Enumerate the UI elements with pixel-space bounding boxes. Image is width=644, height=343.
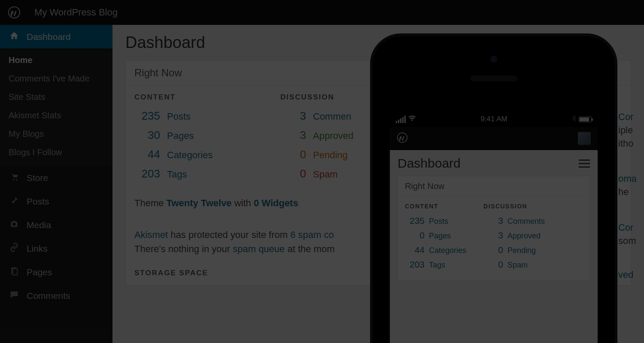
stat-approved[interactable]: 3Approved (483, 230, 545, 241)
stat-number: 3 (280, 129, 306, 142)
content-column: CONTENT 235Posts 0Pages 44Categories 203… (405, 203, 466, 274)
phone-time: 9:41 AM (480, 115, 507, 123)
stat-number: 0 (280, 167, 306, 181)
site-title[interactable]: My WordPress Blog (34, 7, 118, 18)
wifi-icon (408, 115, 416, 123)
text: Cor (618, 111, 633, 122)
avatar[interactable] (578, 132, 591, 145)
sidebar-label: Media (27, 220, 51, 230)
sidebar-label: Store (27, 173, 48, 183)
stat-pending[interactable]: 0Pending (483, 245, 545, 255)
stat-label: Pages (167, 130, 194, 141)
wordpress-logo-icon[interactable] (397, 132, 408, 145)
stat-posts[interactable]: 235Posts (405, 216, 466, 226)
text: som (618, 235, 636, 246)
pages-icon (9, 266, 20, 278)
content-column: CONTENT 235 Posts 30 Pages 44 Categories (134, 93, 246, 187)
sidebar-item-store[interactable]: Store (0, 166, 112, 190)
stat-number: 203 (405, 259, 425, 270)
sidebar-item-dashboard[interactable]: Dashboard (0, 25, 112, 48)
stat-spam[interactable]: 0Spam (483, 259, 545, 270)
text: iple (618, 125, 633, 135)
dashboard-submenu: Home Comments I've Made Site Stats Akism… (0, 48, 112, 166)
sidebar-item-posts[interactable]: Posts (0, 190, 112, 213)
akismet-link[interactable]: Akismet (134, 229, 168, 240)
sidebar-sub-comments-made[interactable]: Comments I've Made (0, 69, 112, 88)
stat-label: Pages (429, 232, 451, 241)
sidebar-sub-akismet-stats[interactable]: Akismet Stats (0, 106, 112, 125)
stat-label: Approved (313, 130, 353, 141)
content-heading: CONTENT (405, 203, 466, 210)
stat-label: Tags (429, 261, 445, 270)
stat-label: Spam (313, 169, 337, 180)
content-heading: CONTENT (134, 93, 246, 102)
stat-label: Comments (507, 217, 545, 226)
phone-status-bar: 9:41 AM (390, 111, 598, 127)
text: he (618, 187, 629, 197)
phone-admin-bar (390, 127, 598, 150)
wordpress-logo-icon[interactable] (8, 6, 21, 19)
stat-number: 235 (134, 109, 160, 123)
stat-tags[interactable]: 203 Tags (134, 167, 246, 181)
widgets-link[interactable]: 0 Widgets (254, 198, 298, 208)
text: with (232, 198, 254, 208)
stat-number: 203 (134, 167, 160, 181)
battery-icon (579, 117, 592, 122)
camera-icon (9, 219, 20, 231)
theme-link[interactable]: Twenty Twelve (167, 198, 232, 208)
home-icon (9, 31, 20, 42)
text: itho (618, 138, 633, 149)
text: has protected your site from (168, 229, 290, 240)
stat-comments[interactable]: 3Comments (483, 216, 545, 226)
comment-icon (9, 290, 20, 301)
stat-pages[interactable]: 30 Pages (134, 129, 246, 142)
stat-posts[interactable]: 235 Posts (134, 109, 246, 123)
sidebar-item-media[interactable]: Media (0, 213, 112, 237)
stat-label: Spam (507, 261, 528, 270)
sidebar-label: Posts (27, 196, 49, 207)
sidebar-sub-home[interactable]: Home (0, 51, 112, 69)
phone-speaker (470, 75, 517, 81)
stat-number: 0 (483, 245, 503, 255)
cart-icon (9, 172, 20, 184)
widget-title: Right Now (398, 176, 589, 197)
stat-number: 235 (405, 216, 425, 226)
spam-queue-link[interactable]: spam queue (233, 244, 285, 254)
discussion-heading: DISCUSSION (483, 203, 545, 210)
sidebar-item-comments[interactable]: Comments (0, 284, 112, 307)
svg-point-0 (9, 7, 20, 18)
stat-number: 0 (405, 230, 425, 241)
stat-categories[interactable]: 44Categories (405, 245, 466, 255)
stat-label: Pending (313, 150, 348, 161)
admin-sidebar: Dashboard Home Comments I've Made Site S… (0, 25, 112, 343)
sidebar-item-links[interactable]: Links (0, 237, 112, 260)
svg-point-1 (12, 179, 14, 181)
text: at the mom (285, 244, 334, 254)
phone-right-now-widget: Right Now CONTENT 235Posts 0Pages 44Cate… (398, 176, 590, 280)
spam-count-link[interactable]: 6 spam co (290, 229, 334, 240)
admin-bar: My WordPress Blog (0, 0, 644, 25)
text: There's nothing in your (134, 244, 233, 254)
pin-icon (9, 196, 20, 207)
stat-number: 0 (483, 259, 503, 270)
sidebar-label: Comments (27, 291, 70, 301)
link-icon (9, 243, 20, 254)
stat-tags[interactable]: 203Tags (405, 259, 466, 270)
text: oma (618, 173, 637, 184)
sidebar-sub-blogs-follow[interactable]: Blogs I Follow (0, 143, 112, 162)
svg-rect-5 (12, 269, 17, 275)
stat-label: Commen (313, 111, 351, 122)
sidebar-sub-my-blogs[interactable]: My Blogs (0, 125, 112, 143)
menu-icon[interactable] (579, 159, 590, 168)
sidebar-sub-site-stats[interactable]: Site Stats (0, 88, 112, 106)
phone-mockup: 9:41 AM Dashboard Right Now (370, 33, 617, 343)
svg-point-3 (12, 223, 15, 226)
stat-categories[interactable]: 44 Categories (134, 148, 246, 161)
stat-pages[interactable]: 0Pages (405, 230, 466, 241)
text: Cor (618, 222, 633, 233)
svg-point-2 (16, 179, 18, 181)
sidebar-item-pages[interactable]: Pages (0, 260, 112, 284)
stat-label: Posts (167, 111, 191, 122)
stat-label: Pending (507, 246, 536, 255)
stat-number: 30 (134, 129, 160, 142)
